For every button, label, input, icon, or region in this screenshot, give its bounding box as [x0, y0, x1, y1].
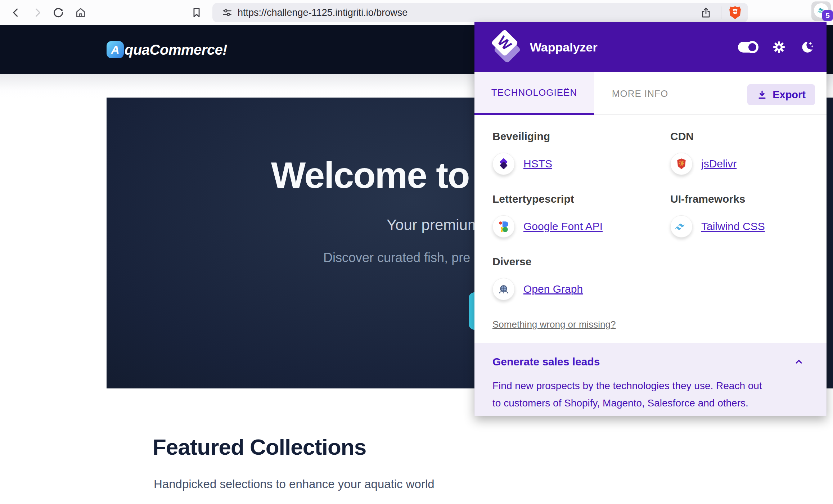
popup-title: Wappalyzer — [530, 40, 598, 54]
list-item: Open Graph — [492, 278, 670, 300]
sales-leads-title: Generate sales leads — [492, 356, 600, 368]
reload-button[interactable] — [50, 5, 66, 21]
category-cdn: CDN jsDelivr — [670, 130, 809, 175]
home-button[interactable] — [73, 5, 89, 21]
tech-link-tailwind-css[interactable]: Tailwind CSS — [701, 220, 765, 233]
site-logo[interactable]: A quaCommerce! — [107, 41, 227, 58]
hsts-icon — [492, 153, 515, 175]
back-button[interactable] — [8, 5, 24, 21]
toolbar-divider — [721, 6, 721, 19]
brand-name: quaCommerce! — [125, 42, 227, 58]
open-graph-icon — [492, 278, 515, 300]
jsdelivr-icon — [670, 153, 693, 175]
site-settings-icon[interactable] — [222, 7, 233, 18]
wappalyzer-popup: W Wappalyzer TECHNOLOGIEËN MORE INFO Exp… — [474, 22, 827, 416]
address-bar[interactable]: https://challenge-1125.intigriti.io/brow… — [212, 3, 748, 22]
list-item: jsDelivr — [670, 153, 809, 175]
export-button[interactable]: Export — [747, 84, 815, 105]
tech-link-jsdelivr[interactable]: jsDelivr — [701, 158, 737, 170]
report-issue-link[interactable]: Something wrong or missing? — [492, 319, 616, 330]
toggle-knob — [746, 41, 758, 53]
browser-toolbar: https://challenge-1125.intigriti.io/brow… — [0, 0, 833, 25]
popup-header-actions — [738, 22, 814, 72]
tailwind-icon — [670, 215, 693, 238]
back-icon — [10, 6, 22, 19]
wappalyzer-logo-icon: W — [487, 26, 522, 69]
theme-moon-icon[interactable] — [800, 40, 814, 54]
tech-link-google-font-api[interactable]: Google Font API — [523, 220, 603, 233]
tab-technologies[interactable]: TECHNOLOGIEËN — [474, 72, 594, 115]
google-fonts-icon — [492, 215, 515, 238]
reload-icon — [52, 6, 64, 19]
enable-toggle[interactable] — [738, 42, 758, 53]
extension-badge: 5 — [822, 10, 833, 21]
tech-link-open-graph[interactable]: Open Graph — [523, 283, 583, 295]
list-item: Tailwind CSS — [670, 215, 809, 238]
sales-leads-body: Find new prospects by the technologies t… — [492, 377, 809, 412]
popup-header: W Wappalyzer — [474, 22, 827, 72]
category-beveiliging: Beveiliging HSTS — [492, 130, 670, 175]
hero-tagline: Discover curated fish, pre — [323, 250, 470, 265]
brave-shield-icon[interactable] — [727, 5, 743, 21]
bookmark-button[interactable] — [189, 5, 204, 21]
forward-button[interactable] — [30, 5, 45, 21]
list-item: HSTS — [492, 153, 670, 175]
bookmark-icon — [190, 6, 203, 19]
category-ui-frameworks: UI-frameworks Tailwind CSS — [670, 193, 809, 238]
popup-tab-bar: TECHNOLOGIEËN MORE INFO Export — [474, 72, 827, 115]
category-lettertypescript: Lettertypescript Google Font API — [492, 193, 670, 238]
home-icon — [75, 6, 87, 19]
featured-collections-subheading: Handpicked selections to enhance your aq… — [154, 477, 434, 491]
hero-title: Welcome to — [271, 154, 469, 197]
tech-link-hsts[interactable]: HSTS — [523, 158, 552, 170]
collapse-chevron-icon[interactable] — [793, 356, 804, 367]
category-diverse: Diverse Open Graph — [492, 256, 670, 300]
download-icon — [757, 89, 767, 100]
sales-leads-panel: Generate sales leads Find new prospects … — [474, 343, 827, 416]
technologies-panel: Beveiliging HSTS CDN jsDelivr — [492, 115, 809, 330]
featured-collections-heading: Featured Collections — [153, 434, 366, 460]
brand-initial-badge: A — [107, 41, 124, 58]
category-grid: Beveiliging HSTS CDN jsDelivr — [492, 115, 809, 318]
url-text: https://challenge-1125.intigriti.io/brow… — [238, 7, 408, 18]
hero-subtitle: Your premium — [387, 216, 480, 234]
forward-icon — [31, 6, 44, 19]
tab-more-info[interactable]: MORE INFO — [604, 72, 676, 115]
share-icon[interactable] — [700, 6, 712, 19]
export-label: Export — [773, 89, 806, 101]
list-item: Google Font API — [492, 215, 670, 238]
settings-gear-icon[interactable] — [772, 40, 786, 54]
